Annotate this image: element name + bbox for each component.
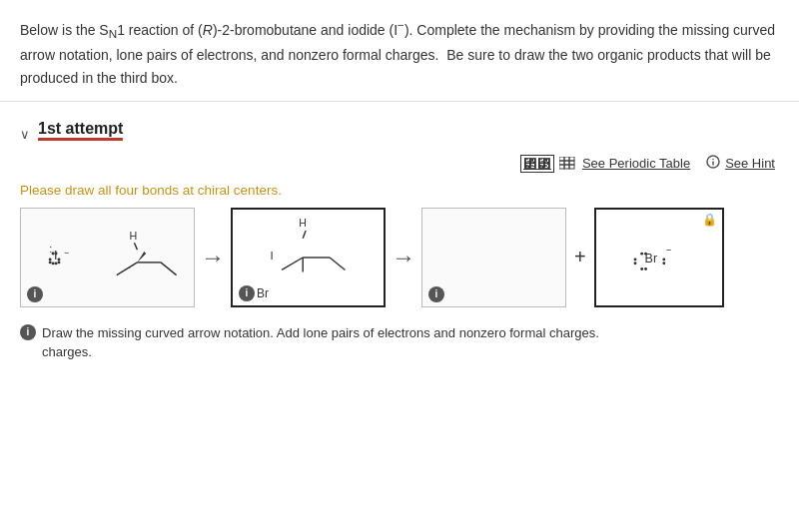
svg-line-31 (303, 231, 306, 239)
intermediate-box[interactable]: H I i Br (231, 208, 386, 307)
svg-point-15 (52, 262, 55, 265)
svg-point-22 (55, 252, 58, 255)
svg-text:I: I (271, 249, 274, 261)
see-hint-button[interactable]: See Hint (706, 155, 775, 172)
svg-text:H: H (130, 230, 138, 242)
svg-point-41 (644, 267, 647, 270)
svg-line-25 (117, 262, 138, 274)
reaction-arrow-2: → (392, 244, 415, 271)
svg-text:−: − (665, 245, 671, 256)
svg-point-10 (712, 159, 714, 161)
reactant-molecule-svg: : I − H (21, 209, 194, 306)
svg-point-20 (58, 261, 61, 264)
svg-point-40 (640, 267, 643, 270)
attempt-header-container: 1st attempt (38, 120, 123, 149)
svg-rect-5 (569, 161, 574, 165)
lock-icon: 🔒 (702, 213, 717, 227)
toolbar-row: ⁲⁳ See Periodic Table (20, 155, 779, 173)
svg-point-21 (52, 252, 55, 255)
reaction-row: : I − H (20, 208, 779, 307)
warning-text: Please draw all four bonds at chiral cen… (20, 183, 779, 198)
product2-box[interactable]: 🔒 Br − (594, 208, 724, 307)
periodic-table-grid-icon (559, 157, 575, 171)
intermediate-info-br: i Br (239, 285, 269, 301)
svg-marker-26 (137, 252, 146, 263)
svg-line-24 (134, 243, 137, 250)
product1-info-icon[interactable]: i (428, 286, 444, 302)
svg-point-38 (640, 252, 643, 255)
svg-rect-6 (559, 165, 564, 169)
reactant-info-icon[interactable]: i (27, 286, 43, 302)
periodic-table-icon: ⁲⁳ (520, 155, 554, 173)
svg-text:H: H (299, 217, 307, 229)
intermediate-info-icon[interactable]: i (239, 285, 255, 301)
svg-point-18 (49, 261, 52, 264)
footnote-row: i Draw the missing curved arrow notation… (20, 319, 779, 362)
svg-point-42 (633, 258, 636, 261)
footnote-info-icon[interactable]: i (20, 324, 36, 340)
periodic-table-label: See Periodic Table (582, 156, 690, 171)
attempt-section: ∨ 1st attempt ⁲⁳ See Pe (0, 102, 799, 362)
svg-rect-1 (564, 157, 569, 161)
svg-rect-3 (559, 161, 564, 165)
svg-point-16 (55, 262, 58, 265)
footnote-text: Draw the missing curved arrow notation. … (42, 323, 599, 362)
svg-line-35 (330, 258, 345, 269)
hint-icon (706, 155, 720, 172)
svg-point-44 (662, 258, 665, 261)
svg-point-39 (644, 252, 647, 255)
svg-rect-4 (564, 161, 569, 165)
svg-text:−: − (64, 248, 69, 258)
svg-point-45 (662, 262, 665, 265)
svg-rect-8 (569, 165, 574, 169)
product1-box[interactable]: i (421, 208, 566, 307)
reactant-box[interactable]: : I − H (20, 208, 195, 307)
svg-point-43 (633, 262, 636, 265)
svg-line-29 (161, 262, 177, 274)
svg-rect-2 (569, 157, 574, 161)
plus-symbol: + (574, 246, 586, 268)
red-underline-decoration: 1st attempt (38, 120, 123, 141)
description-section: Below is the SN1 reaction of (R)-2-bromo… (0, 0, 799, 102)
see-hint-label: See Hint (725, 156, 775, 171)
svg-point-19 (58, 258, 61, 261)
svg-rect-7 (564, 165, 569, 169)
reaction-arrow-1: → (201, 244, 225, 271)
description-text: Below is the SN1 reaction of (R)-2-bromo… (20, 16, 779, 89)
attempt-header-row: ∨ 1st attempt (20, 120, 779, 149)
attempt-label: 1st attempt (38, 120, 123, 139)
br-label: Br (257, 286, 269, 300)
svg-rect-0 (559, 157, 564, 161)
chevron-icon[interactable]: ∨ (20, 127, 30, 142)
svg-point-17 (49, 258, 52, 261)
svg-text::: : (49, 243, 52, 255)
periodic-table-button[interactable]: ⁲⁳ See Periodic Table (520, 155, 690, 173)
svg-line-33 (282, 258, 303, 269)
